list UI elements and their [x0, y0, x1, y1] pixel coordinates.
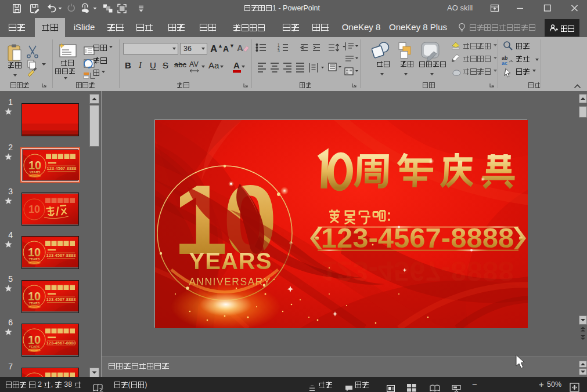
svg-text:▼: ▼ — [229, 43, 235, 49]
svg-text:A: A — [223, 44, 229, 53]
svg-text:▲: ▲ — [218, 43, 223, 49]
svg-text:A: A — [237, 43, 243, 53]
svg-text:10: 10 — [28, 204, 40, 215]
svg-text:3: 3 — [278, 49, 280, 53]
svg-text:A: A — [210, 43, 217, 55]
svg-text:123-4567-8888: 123-4567-8888 — [321, 222, 514, 253]
svg-text:YEARS: YEARS — [189, 248, 272, 274]
svg-text:123-4567-8888: 123-4567-8888 — [321, 256, 514, 287]
svg-text:ac: ac — [502, 60, 507, 66]
